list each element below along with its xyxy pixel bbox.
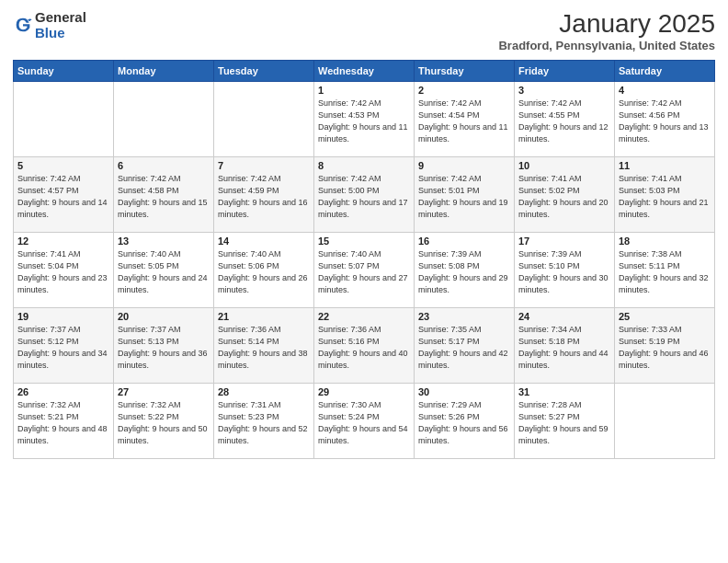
col-thursday: Thursday [415,61,515,82]
day-number: 24 [518,311,610,322]
cell-3-0: 19 Sunrise: 7:37 AMSunset: 5:12 PMDaylig… [14,308,114,384]
cell-2-3: 15 Sunrise: 7:40 AMSunset: 5:07 PMDaylig… [314,233,415,308]
day-number: 2 [418,85,510,96]
day-number: 14 [218,236,310,247]
logo-text: General Blue [35,9,86,41]
day-number: 13 [118,236,210,247]
day-number: 9 [418,160,510,171]
day-number: 27 [118,386,210,397]
cell-info: Sunrise: 7:36 AMSunset: 5:14 PMDaylight:… [218,324,310,372]
logo-icon [13,15,33,35]
day-number: 4 [619,85,711,96]
cell-4-5: 31 Sunrise: 7:28 AMSunset: 5:27 PMDaylig… [515,384,615,459]
day-number: 22 [318,311,410,322]
cell-info: Sunrise: 7:42 AMSunset: 5:00 PMDaylight:… [318,173,410,221]
cell-info: Sunrise: 7:41 AMSunset: 5:03 PMDaylight:… [619,173,711,221]
cell-3-6: 25 Sunrise: 7:33 AMSunset: 5:19 PMDaylig… [615,308,715,384]
week-row-1: 1 Sunrise: 7:42 AMSunset: 4:53 PMDayligh… [14,82,715,157]
week-row-4: 19 Sunrise: 7:37 AMSunset: 5:12 PMDaylig… [14,308,715,384]
cell-4-2: 28 Sunrise: 7:31 AMSunset: 5:23 PMDaylig… [214,384,314,459]
cell-info: Sunrise: 7:39 AMSunset: 5:08 PMDaylight:… [418,248,510,296]
cell-2-0: 12 Sunrise: 7:41 AMSunset: 5:04 PMDaylig… [14,233,114,308]
col-tuesday: Tuesday [214,61,314,82]
col-monday: Monday [114,61,214,82]
cell-info: Sunrise: 7:33 AMSunset: 5:19 PMDaylight:… [619,324,711,372]
cell-info: Sunrise: 7:42 AMSunset: 4:55 PMDaylight:… [518,98,610,145]
cell-4-1: 27 Sunrise: 7:32 AMSunset: 5:22 PMDaylig… [114,384,214,459]
cell-4-4: 30 Sunrise: 7:29 AMSunset: 5:26 PMDaylig… [415,384,515,459]
day-number: 31 [518,386,610,397]
day-number: 15 [318,236,410,247]
cell-1-4: 9 Sunrise: 7:42 AMSunset: 5:01 PMDayligh… [415,157,515,233]
cell-0-1 [114,82,214,157]
month-title: January 2025 [498,9,715,39]
page-header: General Blue January 2025 Bradford, Penn… [13,9,715,52]
cell-2-1: 13 Sunrise: 7:40 AMSunset: 5:05 PMDaylig… [114,233,214,308]
day-number: 10 [518,160,610,171]
day-number: 18 [619,236,711,247]
cell-0-4: 2 Sunrise: 7:42 AMSunset: 4:54 PMDayligh… [415,82,515,157]
cell-1-1: 6 Sunrise: 7:42 AMSunset: 4:58 PMDayligh… [114,157,214,233]
location-subtitle: Bradford, Pennsylvania, United States [498,39,715,52]
cell-info: Sunrise: 7:35 AMSunset: 5:17 PMDaylight:… [418,324,510,372]
cell-3-4: 23 Sunrise: 7:35 AMSunset: 5:17 PMDaylig… [415,308,515,384]
cell-0-0 [14,82,114,157]
day-number: 30 [418,386,510,397]
logo: General Blue [13,9,86,41]
cell-info: Sunrise: 7:36 AMSunset: 5:16 PMDaylight:… [318,324,410,372]
day-number: 5 [17,160,109,171]
cell-1-2: 7 Sunrise: 7:42 AMSunset: 4:59 PMDayligh… [214,157,314,233]
cell-1-5: 10 Sunrise: 7:41 AMSunset: 5:02 PMDaylig… [515,157,615,233]
day-number: 1 [318,85,410,96]
cell-3-2: 21 Sunrise: 7:36 AMSunset: 5:14 PMDaylig… [214,308,314,384]
calendar-table: Sunday Monday Tuesday Wednesday Thursday… [13,60,715,459]
day-number: 17 [518,236,610,247]
cell-0-5: 3 Sunrise: 7:42 AMSunset: 4:55 PMDayligh… [515,82,615,157]
cell-info: Sunrise: 7:40 AMSunset: 5:07 PMDaylight:… [318,248,410,296]
week-row-2: 5 Sunrise: 7:42 AMSunset: 4:57 PMDayligh… [14,157,715,233]
cell-info: Sunrise: 7:37 AMSunset: 5:13 PMDaylight:… [118,324,210,372]
title-block: January 2025 Bradford, Pennsylvania, Uni… [498,9,715,52]
cell-0-3: 1 Sunrise: 7:42 AMSunset: 4:53 PMDayligh… [314,82,415,157]
col-saturday: Saturday [615,61,715,82]
cell-info: Sunrise: 7:34 AMSunset: 5:18 PMDaylight:… [518,324,610,372]
day-number: 3 [518,85,610,96]
cell-3-3: 22 Sunrise: 7:36 AMSunset: 5:16 PMDaylig… [314,308,415,384]
cell-4-6 [615,384,715,459]
day-number: 12 [17,236,109,247]
cell-info: Sunrise: 7:42 AMSunset: 5:01 PMDaylight:… [418,173,510,221]
cell-1-0: 5 Sunrise: 7:42 AMSunset: 4:57 PMDayligh… [14,157,114,233]
cell-info: Sunrise: 7:42 AMSunset: 4:54 PMDaylight:… [418,98,510,145]
col-wednesday: Wednesday [314,61,415,82]
day-number: 19 [17,311,109,322]
cell-3-1: 20 Sunrise: 7:37 AMSunset: 5:13 PMDaylig… [114,308,214,384]
day-number: 7 [218,160,310,171]
week-row-5: 26 Sunrise: 7:32 AMSunset: 5:21 PMDaylig… [14,384,715,459]
cell-4-3: 29 Sunrise: 7:30 AMSunset: 5:24 PMDaylig… [314,384,415,459]
cell-info: Sunrise: 7:29 AMSunset: 5:26 PMDaylight:… [418,399,510,447]
cell-info: Sunrise: 7:42 AMSunset: 4:56 PMDaylight:… [619,98,711,145]
day-number: 26 [17,386,109,397]
day-number: 8 [318,160,410,171]
cell-info: Sunrise: 7:42 AMSunset: 4:57 PMDaylight:… [17,173,109,221]
cell-0-6: 4 Sunrise: 7:42 AMSunset: 4:56 PMDayligh… [615,82,715,157]
day-number: 28 [218,386,310,397]
day-number: 11 [619,160,711,171]
day-number: 21 [218,311,310,322]
col-friday: Friday [515,61,615,82]
cell-info: Sunrise: 7:42 AMSunset: 4:59 PMDaylight:… [218,173,310,221]
cell-info: Sunrise: 7:31 AMSunset: 5:23 PMDaylight:… [218,399,310,447]
cell-info: Sunrise: 7:40 AMSunset: 5:06 PMDaylight:… [218,248,310,296]
day-number: 23 [418,311,510,322]
cell-info: Sunrise: 7:42 AMSunset: 4:58 PMDaylight:… [118,173,210,221]
day-number: 29 [318,386,410,397]
cell-info: Sunrise: 7:28 AMSunset: 5:27 PMDaylight:… [518,399,610,447]
cell-info: Sunrise: 7:39 AMSunset: 5:10 PMDaylight:… [518,248,610,296]
col-sunday: Sunday [14,61,114,82]
cell-2-5: 17 Sunrise: 7:39 AMSunset: 5:10 PMDaylig… [515,233,615,308]
cell-4-0: 26 Sunrise: 7:32 AMSunset: 5:21 PMDaylig… [14,384,114,459]
cell-info: Sunrise: 7:32 AMSunset: 5:21 PMDaylight:… [17,399,109,447]
cell-2-2: 14 Sunrise: 7:40 AMSunset: 5:06 PMDaylig… [214,233,314,308]
cell-info: Sunrise: 7:40 AMSunset: 5:05 PMDaylight:… [118,248,210,296]
cell-info: Sunrise: 7:42 AMSunset: 4:53 PMDaylight:… [318,98,410,145]
